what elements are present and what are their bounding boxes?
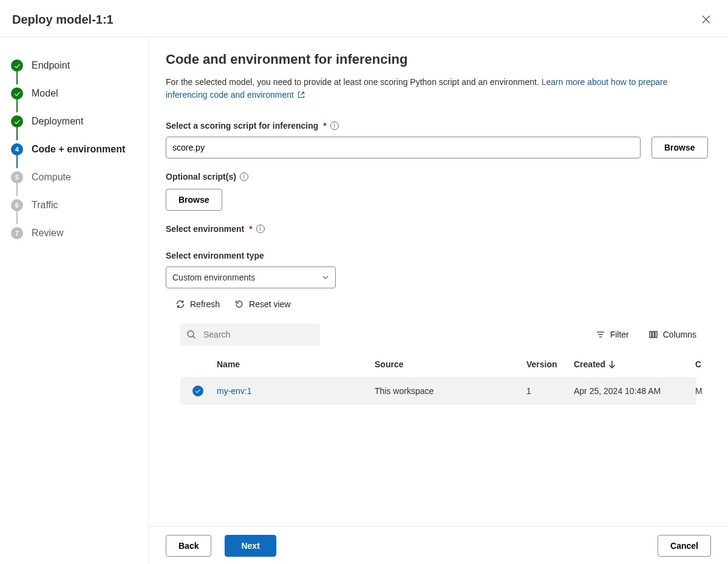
refresh-icon [175, 299, 185, 309]
step-code-environment[interactable]: 4 Code + environment [11, 135, 148, 163]
deploy-model-dialog: Deploy model-1:1 Endpoint Model [0, 0, 728, 564]
step-traffic[interactable]: 6 Traffic [11, 191, 148, 219]
selected-icon[interactable] [192, 386, 203, 396]
next-button[interactable]: Next [225, 535, 276, 557]
search-box[interactable] [180, 324, 320, 345]
step-compute[interactable]: 5 Compute [11, 163, 148, 191]
step-label: Model [32, 80, 58, 107]
step-review[interactable]: 7 Review [11, 219, 148, 247]
dropdown-value: Custom environments [172, 273, 255, 282]
check-icon [11, 87, 23, 100]
filter-button[interactable]: Filter [596, 330, 629, 339]
page-description: For the selected model, you need to prov… [166, 76, 711, 101]
step-label: Endpoint [32, 52, 70, 80]
table-row[interactable]: my-env:1 This workspace 1 Apr 25, 2024 1… [180, 377, 696, 405]
svg-point-2 [188, 331, 194, 337]
info-icon[interactable]: i [256, 225, 265, 233]
browse-scoring-button[interactable]: Browse [651, 137, 708, 158]
scoring-script-row: Browse [166, 137, 711, 158]
refresh-button[interactable]: Refresh [175, 299, 220, 309]
col-overflow[interactable]: C [695, 359, 719, 369]
page-title: Code and environment for inferencing [166, 52, 711, 67]
browse-optional-button[interactable]: Browse [166, 189, 222, 211]
dialog-header: Deploy model-1:1 [0, 0, 728, 37]
check-icon [11, 59, 23, 72]
back-button[interactable]: Back [166, 535, 211, 557]
close-button[interactable] [696, 10, 716, 29]
svg-rect-7 [650, 331, 651, 338]
chevron-down-icon [322, 274, 329, 281]
table-toolbar-search: Filter Columns [166, 315, 711, 352]
col-created[interactable]: Created [574, 359, 695, 369]
env-overflow: M [695, 386, 719, 396]
filter-icon [596, 330, 605, 339]
step-number: 4 [11, 143, 23, 155]
required-marker: * [249, 224, 252, 234]
step-label: Review [32, 219, 63, 247]
step-number: 5 [11, 171, 23, 183]
stepper-sidebar: Endpoint Model Deployment 4 [0, 37, 149, 564]
env-version: 1 [526, 386, 574, 396]
step-endpoint[interactable]: Endpoint [11, 52, 148, 80]
svg-rect-9 [655, 331, 657, 338]
environments-table: Name Source Version Created C my- [166, 352, 711, 405]
env-name-link[interactable]: my-env:1 [217, 386, 375, 396]
main-scroll[interactable]: Code and environment for inferencing For… [149, 37, 728, 526]
step-label: Compute [32, 163, 71, 191]
step-label: Deployment [32, 107, 83, 135]
required-marker: * [323, 121, 326, 131]
step-number: 6 [11, 199, 23, 211]
env-created: Apr 25, 2024 10:48 AM [574, 386, 695, 396]
desc-text: For the selected model, you need to prov… [166, 77, 542, 87]
reset-view-button[interactable]: Reset view [234, 299, 290, 309]
step-number: 7 [11, 227, 23, 239]
scoring-script-input[interactable] [166, 137, 641, 158]
step-deployment[interactable]: Deployment [11, 107, 148, 135]
optional-scripts-label: Optional script(s) i [166, 172, 711, 182]
external-link-icon [298, 91, 305, 98]
dialog-body: Endpoint Model Deployment 4 [0, 37, 728, 564]
columns-button[interactable]: Columns [648, 330, 696, 339]
dialog-title: Deploy model-1:1 [12, 13, 114, 27]
sort-desc-icon [608, 360, 616, 369]
main-content: Code and environment for inferencing For… [149, 37, 728, 564]
reset-icon [234, 299, 244, 309]
table-toolbar-actions: Refresh Reset view [166, 293, 711, 315]
col-name[interactable]: Name [217, 359, 375, 369]
env-source: This workspace [375, 386, 526, 396]
svg-line-3 [193, 336, 196, 339]
select-environment-label: Select environment * i [166, 224, 711, 234]
dialog-footer: Back Next Cancel [149, 526, 728, 564]
check-icon [11, 115, 23, 127]
columns-icon [648, 330, 658, 339]
close-icon [702, 15, 710, 24]
search-icon [186, 330, 196, 339]
step-model[interactable]: Model [11, 80, 148, 107]
col-source[interactable]: Source [375, 359, 526, 369]
info-icon[interactable]: i [330, 121, 339, 130]
environment-type-label: Select environment type [166, 251, 711, 260]
search-input[interactable] [202, 329, 314, 340]
environment-type-dropdown[interactable]: Custom environments [166, 267, 336, 288]
step-label: Traffic [32, 191, 58, 219]
svg-rect-8 [652, 331, 654, 338]
cancel-button[interactable]: Cancel [658, 535, 711, 557]
info-icon[interactable]: i [240, 172, 248, 181]
table-header-row: Name Source Version Created C [180, 352, 696, 377]
col-version[interactable]: Version [526, 359, 574, 369]
step-label: Code + environment [32, 135, 125, 163]
scoring-script-label: Select a scoring script for inferencing … [166, 121, 711, 131]
